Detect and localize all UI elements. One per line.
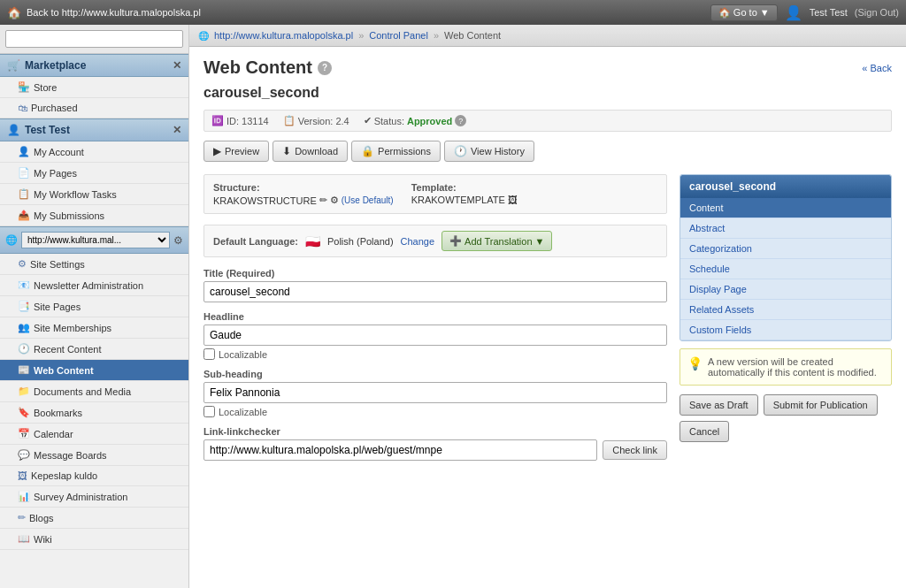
breadcrumb-current: Web Content <box>444 30 501 41</box>
sidebar-item-calendar[interactable]: 📅 Calendar <box>0 424 188 445</box>
right-nav-item-categorization[interactable]: Categorization <box>680 239 891 259</box>
right-nav-item-custom-fields[interactable]: Custom Fields <box>680 320 891 340</box>
message-boards-label: Message Boards <box>34 450 107 461</box>
permissions-label: Permissions <box>378 146 431 157</box>
sidebar-item-site-memberships[interactable]: 👥 Site Memberships <box>0 317 188 339</box>
language-row: Default Language: 🇵🇱 Polish (Poland) Cha… <box>203 225 667 257</box>
status-help-icon[interactable]: ? <box>455 115 466 126</box>
my-submissions-label: My Submissions <box>34 210 104 221</box>
info-box: 💡 A new version will be created automati… <box>680 348 892 386</box>
search-input[interactable] <box>5 30 183 48</box>
sidebar-item-web-content[interactable]: 📰 Web Content <box>0 360 188 381</box>
view-history-button[interactable]: 🕐 View History <box>444 141 534 162</box>
submit-publication-button[interactable]: Submit for Publication <box>764 394 878 416</box>
documents-icon: 📁 <box>18 386 30 397</box>
sidebar-item-my-account[interactable]: 👤 My Account <box>0 141 188 163</box>
article-title: carousel_second <box>203 85 892 101</box>
bookmarks-label: Bookmarks <box>34 408 82 418</box>
use-default-link[interactable]: (Use Default) <box>342 195 394 205</box>
cancel-button[interactable]: Cancel <box>680 421 729 442</box>
sidebar-item-kepeslap[interactable]: 🖼 Kepeslap kuldo <box>0 466 188 486</box>
check-link-button[interactable]: Check link <box>603 440 667 460</box>
headline-localizable-label: Localizable <box>219 349 267 360</box>
site-select[interactable]: http://www.kultura.mal... <box>21 232 170 248</box>
user-section-header[interactable]: 👤 Test Test ✕ <box>0 118 188 141</box>
add-translation-button[interactable]: ➕ Add Translation ▼ <box>441 231 552 251</box>
newsletter-icon: 📧 <box>18 279 30 291</box>
store-icon: 🏪 <box>18 81 30 93</box>
template-edit-icon[interactable]: 🖼 <box>508 195 518 205</box>
status-label: Status: <box>374 116 404 126</box>
page-help-icon[interactable]: ? <box>318 61 332 75</box>
user-section-label: Test Test <box>25 124 70 136</box>
subheading-input[interactable] <box>203 382 667 403</box>
template-value: KRAKOWTEMPLATE <box>411 195 505 205</box>
preview-button[interactable]: ▶ Preview <box>203 141 269 162</box>
id-label: ID: <box>226 116 239 126</box>
subheading-localizable-checkbox[interactable] <box>203 406 215 417</box>
title-input[interactable] <box>203 281 667 302</box>
user-avatar: 👤 <box>785 4 802 21</box>
language-name: Polish (Poland) <box>327 236 394 247</box>
pages-icon: 📄 <box>18 167 30 179</box>
right-nav-item-content[interactable]: Content <box>680 198 891 218</box>
goto-button[interactable]: 🏠 Go to ▼ <box>710 4 778 21</box>
sidebar-item-blogs[interactable]: ✏ Blogs <box>0 508 188 529</box>
sidebar-item-purchased[interactable]: 🛍 Purchased <box>0 98 188 118</box>
goto-label: Go to <box>733 7 757 18</box>
headline-label: Headline <box>203 311 667 322</box>
info-box-text: A new version will be created automatica… <box>708 356 884 378</box>
sidebar-item-wiki[interactable]: 📖 Wiki <box>0 529 188 550</box>
subheading-field-group: Sub-heading Localizable <box>203 369 667 417</box>
breadcrumb-sep2: » <box>434 30 439 41</box>
sidebar-item-newsletter-admin[interactable]: 📧 Newsletter Administration <box>0 275 188 296</box>
breadcrumb-control-panel[interactable]: Control Panel <box>369 30 428 41</box>
right-nav-item-display-page[interactable]: Display Page <box>680 279 891 300</box>
marketplace-section-header[interactable]: 🛒 Marketplace ✕ <box>0 54 188 77</box>
site-settings-icon[interactable]: ⚙ <box>173 234 183 247</box>
sidebar-item-my-submissions[interactable]: 📤 My Submissions <box>0 205 188 226</box>
subheading-label: Sub-heading <box>203 369 667 379</box>
save-buttons: Save as Draft Submit for Publication Can… <box>680 394 892 442</box>
sidebar-item-workflow-tasks[interactable]: 📋 My Workflow Tasks <box>0 184 188 205</box>
structure-section: Structure: KRAKOWSTRUCTURE ✏ ⚙ (Use Defa… <box>213 182 394 206</box>
meta-version: 📋 Version: 2.4 <box>283 115 349 126</box>
download-button[interactable]: ⬇ Download <box>273 141 348 162</box>
structure-edit-icon[interactable]: ✏ <box>319 195 327 206</box>
headline-localizable-checkbox[interactable] <box>203 348 215 360</box>
sidebar-item-documents-media[interactable]: 📁 Documents and Media <box>0 381 188 402</box>
right-nav-item-related-assets[interactable]: Related Assets <box>680 300 891 320</box>
right-nav-item-abstract[interactable]: Abstract <box>680 218 891 239</box>
history-icon: 🕐 <box>454 145 467 157</box>
back-to-site-link[interactable]: Back to http://www.kultura.malopolska.pl <box>27 7 201 18</box>
view-history-label: View History <box>471 146 525 157</box>
newsletter-admin-label: Newsletter Administration <box>34 280 143 291</box>
survey-admin-label: Survey Administration <box>34 492 127 502</box>
structure-config-icon[interactable]: ⚙ <box>330 195 339 206</box>
signout-label[interactable]: (Sign Out) <box>855 7 899 18</box>
sidebar-item-recent-content[interactable]: 🕐 Recent Content <box>0 339 188 360</box>
add-icon: ➕ <box>449 235 462 247</box>
breadcrumb-site-url[interactable]: http://www.kultura.malopolska.pl <box>214 30 353 41</box>
permissions-button[interactable]: 🔒 Permissions <box>351 141 441 162</box>
sidebar-item-bookmarks[interactable]: 🔖 Bookmarks <box>0 402 188 424</box>
version-icon: 📋 <box>283 115 296 126</box>
sidebar-item-store[interactable]: 🏪 Store <box>0 77 188 98</box>
breadcrumb-bar: 🌐 http://www.kultura.malopolska.pl » Con… <box>189 25 906 47</box>
sidebar-item-site-settings[interactable]: ⚙ Site Settings <box>0 254 188 275</box>
submissions-icon: 📤 <box>18 210 30 221</box>
save-draft-button[interactable]: Save as Draft <box>680 394 758 416</box>
link-input[interactable] <box>203 439 597 461</box>
sidebar-item-message-boards[interactable]: 💬 Message Boards <box>0 445 188 466</box>
back-link[interactable]: « Back <box>862 63 892 73</box>
sidebar-item-survey-admin[interactable]: 📊 Survey Administration <box>0 486 188 508</box>
page-title: Web Content <box>203 57 312 78</box>
my-pages-label: My Pages <box>34 168 77 179</box>
right-nav-item-schedule[interactable]: Schedule <box>680 259 891 279</box>
sidebar-item-my-pages[interactable]: 📄 My Pages <box>0 163 188 184</box>
sidebar-item-site-pages[interactable]: 📑 Site Pages <box>0 296 188 317</box>
language-change-link[interactable]: Change <box>401 236 435 247</box>
headline-input[interactable] <box>203 325 667 346</box>
calendar-icon: 📅 <box>18 428 30 439</box>
message-boards-icon: 💬 <box>18 449 30 461</box>
